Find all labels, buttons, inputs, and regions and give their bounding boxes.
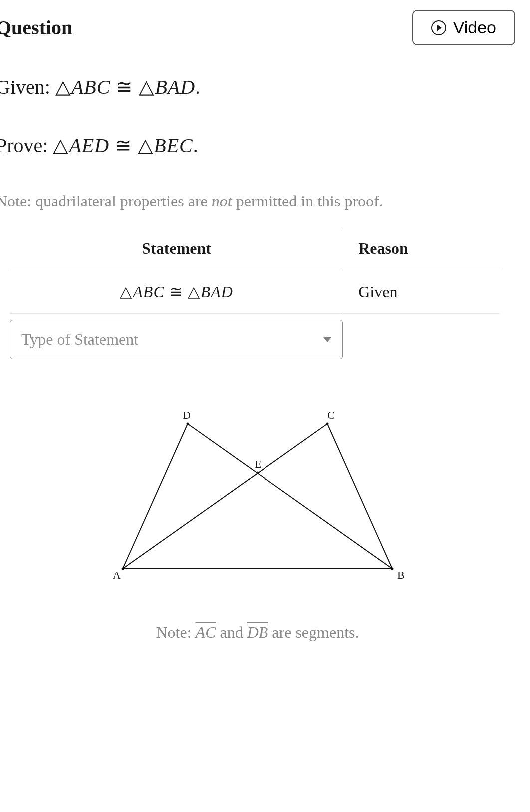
- given-prefix: Given:: [0, 76, 55, 98]
- svg-point-2: [326, 423, 329, 425]
- video-button[interactable]: Video: [412, 10, 515, 45]
- row1-tri2: BAD: [201, 283, 233, 301]
- svg-point-0: [122, 568, 124, 570]
- note-top-post: permitted in this proof.: [232, 192, 383, 210]
- segment-BD: [188, 424, 392, 569]
- point-label-E: E: [255, 458, 261, 470]
- point-label-A: A: [113, 569, 121, 581]
- svg-point-4: [257, 472, 259, 474]
- reason-cell: Given: [343, 270, 500, 314]
- svg-point-3: [187, 423, 189, 425]
- chevron-down-icon: [323, 337, 331, 342]
- play-circle-icon: [431, 20, 446, 35]
- row1-tri1: ABC: [133, 283, 164, 301]
- given-tri1: ABC: [71, 76, 111, 98]
- segment-AC: [123, 424, 327, 569]
- statement-cell: △ABC ≅ △BAD: [10, 270, 343, 314]
- note-top: Note: quadrilateral properties are not p…: [0, 192, 515, 210]
- given-tri2: BAD: [155, 76, 195, 98]
- prove-prefix: Prove:: [0, 134, 53, 157]
- dropdown-placeholder: Type of Statement: [21, 330, 138, 349]
- prove-statement: Prove: △AED ≅ △BEC.: [0, 134, 515, 157]
- note-top-pre: Note: quadrilateral properties are: [0, 192, 212, 210]
- col-head-reason: Reason: [343, 230, 500, 270]
- point-label-C: C: [327, 409, 335, 421]
- statement-type-dropdown[interactable]: Type of Statement: [10, 320, 343, 359]
- svg-point-1: [391, 568, 394, 570]
- figure-note-pre: Note:: [156, 623, 196, 641]
- given-statement: Given: △ABC ≅ △BAD.: [0, 75, 515, 99]
- figure-note-mid: and: [216, 623, 247, 641]
- point-label-B: B: [397, 569, 405, 581]
- segment-BC: [327, 424, 392, 569]
- figure-note-seg2: DB: [247, 623, 268, 641]
- figure-note-post: are segments.: [268, 623, 359, 641]
- reason-cell-empty: [343, 314, 500, 360]
- segment-AD: [123, 424, 188, 569]
- prove-tri1: AED: [69, 134, 109, 157]
- table-row: Type of Statement: [10, 314, 500, 360]
- geometry-diagram: A B C D E: [93, 404, 422, 594]
- figure-note: Note: AC and DB are segments.: [0, 623, 515, 642]
- proof-table: Statement Reason △ABC ≅ △BAD Given Type …: [10, 230, 500, 359]
- video-button-label: Video: [453, 18, 496, 37]
- prove-tri2: BEC: [154, 134, 193, 157]
- note-top-em: not: [212, 192, 232, 210]
- col-head-statement: Statement: [10, 230, 343, 270]
- page-title: Question: [0, 16, 72, 39]
- figure-note-seg1: AC: [196, 623, 216, 641]
- table-row: △ABC ≅ △BAD Given: [10, 270, 500, 314]
- point-label-D: D: [183, 409, 191, 421]
